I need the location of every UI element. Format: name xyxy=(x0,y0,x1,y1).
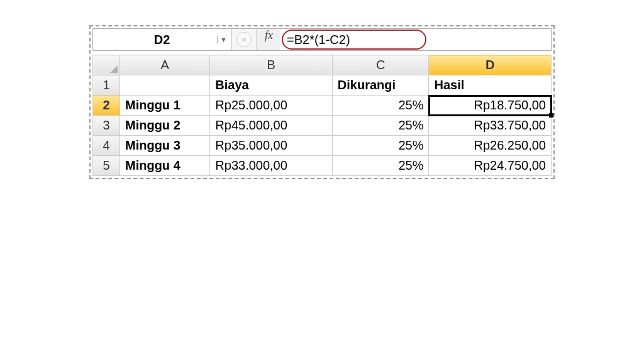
cell-B1[interactable]: Biaya xyxy=(210,75,333,96)
cell-B2[interactable]: Rp25.000,00 xyxy=(210,96,333,116)
cell-A1[interactable] xyxy=(120,75,210,96)
formula-input[interactable]: =B2*(1-C2) xyxy=(280,29,551,50)
cell-A5[interactable]: Minggu 4 xyxy=(120,156,210,176)
cell-D5[interactable]: Rp24.750,00 xyxy=(429,156,552,176)
cell-C1[interactable]: Dikurangi xyxy=(332,75,429,96)
col-header-B[interactable]: B xyxy=(210,55,333,75)
table-row: 4 Minggu 3 Rp35.000,00 25% Rp26.250,00 xyxy=(93,136,552,156)
chevron-down-icon[interactable]: ▼ xyxy=(217,36,227,43)
fx-icon[interactable]: fx xyxy=(257,29,280,50)
cell-C3[interactable]: 25% xyxy=(332,116,429,136)
table-row: 2 Minggu 1 Rp25.000,00 25% Rp18.750,00 xyxy=(93,96,552,116)
cell-C2[interactable]: 25% xyxy=(332,96,429,116)
cell-A3[interactable]: Minggu 2 xyxy=(120,116,210,136)
cell-B4[interactable]: Rp35.000,00 xyxy=(210,136,333,156)
spreadsheet-grid[interactable]: A B C D 1 Biaya Dikurangi Hasil 2 Minggu… xyxy=(92,55,552,176)
col-header-A[interactable]: A xyxy=(120,55,210,75)
col-header-D[interactable]: D xyxy=(429,55,552,75)
row-header-1[interactable]: 1 xyxy=(93,75,120,96)
cell-A4[interactable]: Minggu 3 xyxy=(120,136,210,156)
row-header-5[interactable]: 5 xyxy=(93,156,120,176)
cell-D1[interactable]: Hasil xyxy=(429,75,552,96)
row-header-3[interactable]: 3 xyxy=(93,116,120,136)
table-row: 3 Minggu 2 Rp45.000,00 25% Rp33.750,00 xyxy=(93,116,552,136)
cell-C4[interactable]: 25% xyxy=(332,136,429,156)
cell-C5[interactable]: 25% xyxy=(332,156,429,176)
cell-D2[interactable]: Rp18.750,00 xyxy=(429,96,552,116)
table-row: 5 Minggu 4 Rp33.000,00 25% Rp24.750,00 xyxy=(93,156,552,176)
row-header-4[interactable]: 4 xyxy=(93,136,120,156)
spreadsheet-window: D2 ▼ ✕ fx =B2*(1-C2) A B C D 1 Biaya Dik… xyxy=(89,25,555,179)
formula-bar: D2 ▼ ✕ fx =B2*(1-C2) xyxy=(92,28,552,51)
name-box[interactable]: D2 ▼ xyxy=(93,29,231,50)
cancel-icon[interactable]: ✕ xyxy=(236,32,252,47)
column-header-row: A B C D xyxy=(93,55,552,75)
cell-B5[interactable]: Rp33.000,00 xyxy=(210,156,333,176)
cell-A2[interactable]: Minggu 1 xyxy=(120,96,210,116)
cell-D4[interactable]: Rp26.250,00 xyxy=(429,136,552,156)
formula-text: =B2*(1-C2) xyxy=(287,33,350,47)
select-all-button[interactable] xyxy=(93,55,120,75)
row-header-2[interactable]: 2 xyxy=(93,96,120,116)
cell-B3[interactable]: Rp45.000,00 xyxy=(210,116,333,136)
col-header-C[interactable]: C xyxy=(332,55,429,75)
name-box-value: D2 xyxy=(154,33,170,47)
cell-D3[interactable]: Rp33.750,00 xyxy=(429,116,552,136)
fx-button-group: ✕ xyxy=(231,29,257,50)
table-row: 1 Biaya Dikurangi Hasil xyxy=(93,75,552,96)
